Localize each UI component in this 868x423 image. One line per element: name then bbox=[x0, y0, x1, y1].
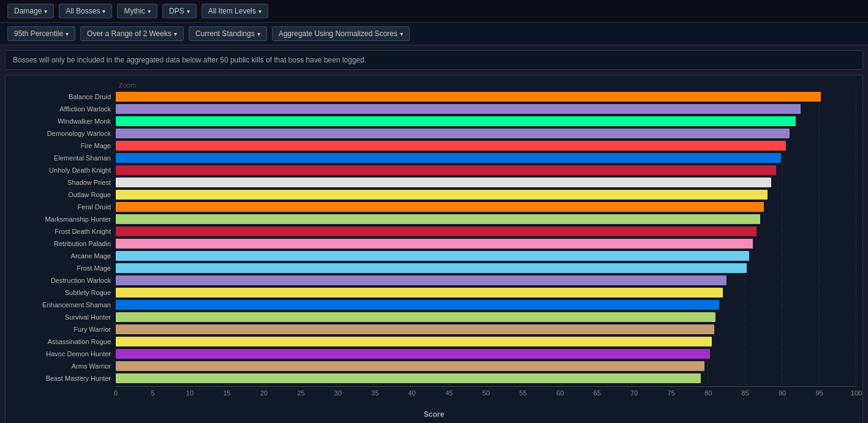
x-tick: 45 bbox=[445, 389, 453, 397]
bar-fill bbox=[116, 349, 710, 359]
table-row: Feral Druid bbox=[12, 201, 856, 212]
bar-fill bbox=[116, 165, 776, 175]
bar-label: Affliction Warlock bbox=[12, 105, 116, 113]
x-tick: 10 bbox=[186, 389, 194, 397]
nav-all-bosses[interactable]: All Bosses bbox=[59, 4, 112, 18]
bar-fill bbox=[116, 116, 796, 126]
bar-label: Frost Death Knight bbox=[12, 228, 116, 235]
x-tick: 50 bbox=[482, 389, 489, 397]
bar-label: Outlaw Rogue bbox=[12, 191, 116, 198]
x-tick: 40 bbox=[408, 389, 415, 397]
x-tick: 85 bbox=[742, 389, 749, 397]
bar-fill bbox=[116, 202, 764, 212]
bar-fill bbox=[116, 239, 753, 249]
bar-label: Frost Mage bbox=[12, 264, 116, 272]
x-axis: 0510152025303540455055606570758085909510… bbox=[116, 389, 856, 400]
table-row: Arcane Mage bbox=[12, 250, 856, 261]
x-tick: 20 bbox=[260, 389, 268, 397]
nav-all-item-levels[interactable]: All Item Levels bbox=[202, 4, 268, 18]
bar-label: Unholy Death Knight bbox=[12, 167, 116, 174]
table-row: Frost Mage bbox=[12, 263, 856, 274]
bar-fill bbox=[116, 92, 821, 102]
table-row: Shadow Priest bbox=[12, 177, 856, 188]
x-tick: 95 bbox=[815, 389, 823, 397]
bar-label: Enhancement Shaman bbox=[12, 301, 116, 309]
bar-fill bbox=[116, 263, 747, 273]
table-row: Subtlety Rogue bbox=[12, 287, 856, 298]
chart-container: Zoom Balance DruidAffliction WarlockWind… bbox=[5, 75, 863, 423]
table-row: Demonology Warlock bbox=[12, 128, 856, 139]
bar-fill bbox=[116, 129, 790, 138]
x-axis-line bbox=[116, 386, 856, 387]
bar-label: Elemental Shaman bbox=[12, 154, 116, 162]
bar-fill bbox=[116, 190, 768, 200]
bar-fill bbox=[116, 104, 801, 114]
bar-fill bbox=[116, 300, 719, 310]
x-tick: 75 bbox=[668, 389, 675, 397]
x-tick: 60 bbox=[556, 389, 564, 397]
x-tick: 90 bbox=[779, 389, 786, 397]
x-tick: 100 bbox=[851, 389, 862, 397]
table-row: Marksmanship Hunter bbox=[12, 214, 856, 225]
bar-label: Havoc Demon Hunter bbox=[12, 350, 116, 357]
x-tick: 70 bbox=[630, 389, 638, 397]
bar-label: Destruction Warlock bbox=[12, 277, 116, 284]
nav-dps[interactable]: DPS bbox=[162, 4, 197, 18]
bar-label: Arcane Mage bbox=[12, 252, 116, 260]
filter-standings[interactable]: Current Standings bbox=[189, 26, 267, 41]
x-tick: 35 bbox=[371, 389, 379, 397]
bar-label: Balance Druid bbox=[12, 93, 116, 100]
table-row: Frost Death Knight bbox=[12, 226, 856, 237]
bar-label: Arms Warrior bbox=[12, 362, 116, 370]
table-row: Beast Mastery Hunter bbox=[12, 373, 856, 384]
bar-fill bbox=[116, 361, 704, 371]
table-row: Unholy Death Knight bbox=[12, 165, 856, 176]
bar-fill bbox=[116, 251, 749, 261]
nav-mythic[interactable]: Mythic bbox=[117, 4, 157, 18]
x-tick: 55 bbox=[519, 389, 527, 397]
bar-fill bbox=[116, 373, 701, 383]
bar-fill bbox=[116, 141, 786, 151]
bar-label: Demonology Warlock bbox=[12, 130, 116, 137]
bar-fill bbox=[116, 288, 723, 298]
filter-aggregate[interactable]: Aggregate Using Normalized Scores bbox=[272, 26, 410, 41]
table-row: Arms Warrior bbox=[12, 361, 856, 372]
table-row: Balance Druid bbox=[12, 91, 856, 102]
x-tick: 65 bbox=[594, 389, 601, 397]
table-row: Retribution Paladin bbox=[12, 238, 856, 249]
filter-percentile[interactable]: 95th Percentile bbox=[7, 26, 75, 41]
chart-area: Balance DruidAffliction WarlockWindwalke… bbox=[12, 91, 856, 385]
bar-label: Subtlety Rogue bbox=[12, 289, 116, 296]
table-row: Survival Hunter bbox=[12, 312, 856, 323]
table-row: Elemental Shaman bbox=[12, 152, 856, 163]
bar-label: Feral Druid bbox=[12, 203, 116, 211]
bar-label: Retribution Paladin bbox=[12, 240, 116, 247]
bar-fill bbox=[116, 312, 715, 322]
table-row: Fury Warrior bbox=[12, 324, 856, 335]
table-row: Outlaw Rogue bbox=[12, 189, 856, 200]
bar-fill bbox=[116, 337, 712, 346]
filter-bar: 95th Percentile Over a Range of 2 Weeks … bbox=[0, 23, 868, 45]
filter-range[interactable]: Over a Range of 2 Weeks bbox=[80, 26, 184, 41]
table-row: Enhancement Shaman bbox=[12, 299, 856, 310]
table-row: Destruction Warlock bbox=[12, 275, 856, 286]
table-row: Windwalker Monk bbox=[12, 116, 856, 127]
x-tick: 25 bbox=[297, 389, 304, 397]
x-tick: 5 bbox=[151, 389, 154, 397]
bar-fill bbox=[116, 178, 771, 187]
bar-label: Shadow Priest bbox=[12, 179, 116, 186]
bar-label: Marksmanship Hunter bbox=[12, 215, 116, 223]
table-row: Havoc Demon Hunter bbox=[12, 348, 856, 359]
x-tick: 80 bbox=[704, 389, 712, 397]
bar-fill bbox=[116, 153, 781, 163]
bar-label: Survival Hunter bbox=[12, 313, 116, 321]
x-tick: 30 bbox=[334, 389, 342, 397]
bar-fill bbox=[116, 275, 726, 285]
bar-label: Windwalker Monk bbox=[12, 118, 116, 125]
table-row: Fire Mage bbox=[12, 140, 856, 151]
bar-fill bbox=[116, 226, 757, 236]
bar-fill bbox=[116, 324, 714, 334]
table-row: Affliction Warlock bbox=[12, 103, 856, 114]
top-nav: Damage All Bosses Mythic DPS All Item Le… bbox=[0, 0, 868, 23]
nav-damage[interactable]: Damage bbox=[7, 4, 54, 18]
